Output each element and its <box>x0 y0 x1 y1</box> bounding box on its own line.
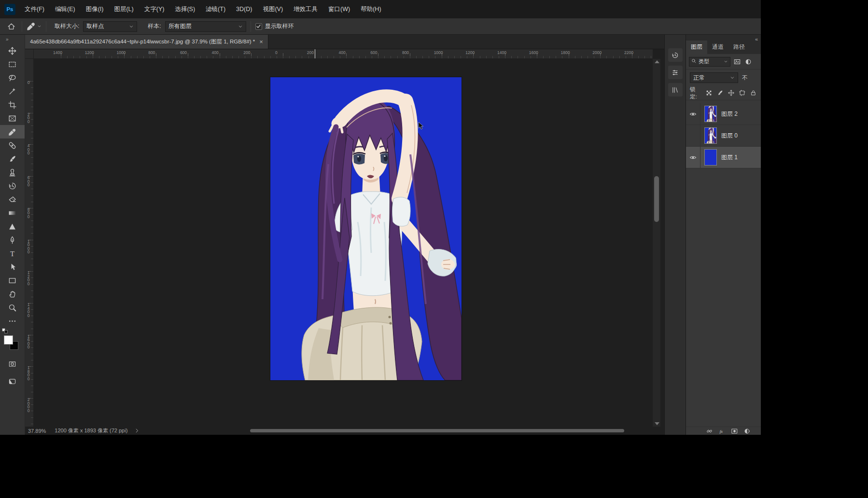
frame-icon <box>8 114 16 123</box>
zoom-level: 37.89% <box>28 428 46 434</box>
strip-libraries-panel-button[interactable] <box>668 83 683 97</box>
layer-row[interactable]: 图层 1 <box>686 147 761 168</box>
layer-row[interactable]: 图层 2 <box>686 103 761 125</box>
edit-toolbar-icon <box>8 317 16 325</box>
blend-mode-select[interactable]: 正常 <box>690 72 738 83</box>
tool-edit-toolbar[interactable] <box>0 314 25 328</box>
strip-properties-panel-button[interactable] <box>668 66 683 79</box>
panel-tab[interactable]: 路径 <box>728 41 750 54</box>
menu-item[interactable]: 编辑(E) <box>50 0 81 18</box>
collapse-panels-button[interactable]: « <box>755 35 758 42</box>
menu-item[interactable]: 文字(Y) <box>139 0 170 18</box>
ruler-label: 1800 <box>561 50 570 55</box>
layer-visibility-on[interactable] <box>686 103 700 124</box>
lock-artboard-button[interactable] <box>738 89 746 97</box>
vertical-scrollbar[interactable] <box>653 59 660 427</box>
tool-brush[interactable] <box>0 152 25 166</box>
filter-pixel-layers-button[interactable] <box>733 57 742 66</box>
menu-item[interactable]: 文件(F) <box>19 0 50 18</box>
horizontal-scrollbar-thumb[interactable] <box>250 429 624 432</box>
mask-button[interactable] <box>731 428 738 434</box>
tool-frame[interactable] <box>0 111 25 125</box>
home-button[interactable] <box>5 21 17 32</box>
tool-eraser[interactable] <box>0 193 25 206</box>
tool-hand[interactable] <box>0 287 25 301</box>
panel-tab[interactable]: 通道 <box>707 41 728 54</box>
tool-type[interactable]: T <box>0 247 25 260</box>
lock-brush-icon <box>717 90 723 96</box>
lock-move-button[interactable] <box>727 89 735 97</box>
screen-mode-button[interactable] <box>7 376 18 387</box>
current-tool-button[interactable] <box>27 22 42 31</box>
document-canvas[interactable] <box>270 77 462 380</box>
layer-visibility-on[interactable] <box>686 147 700 168</box>
shape-icon <box>8 277 16 285</box>
ruler-label: 1200 <box>85 50 94 55</box>
strip-history-panel-button[interactable] <box>668 48 683 62</box>
strip-libraries-icon <box>672 86 679 94</box>
layer-visibility-off[interactable] <box>686 125 700 146</box>
menu-item[interactable]: 图层(L) <box>109 0 139 18</box>
filter-adjustment-layers-button[interactable] <box>744 57 753 66</box>
chevron-right-icon <box>134 428 140 433</box>
filter-type-select[interactable]: 类型 <box>689 57 730 67</box>
vertical-scrollbar-thumb[interactable] <box>654 176 659 222</box>
divider <box>251 21 251 32</box>
lock-all-button[interactable] <box>749 89 757 97</box>
tool-marquee[interactable] <box>0 57 25 71</box>
lock-move-icon <box>728 90 734 96</box>
panel-tab[interactable]: 图层 <box>686 41 707 54</box>
ruler-label: 6 0 0 <box>26 176 31 187</box>
tool-eyedropper[interactable] <box>0 125 25 138</box>
adjustment-filter-button[interactable] <box>744 428 750 434</box>
scroll-up-arrow[interactable] <box>655 60 659 63</box>
tool-path-selection[interactable] <box>0 260 25 274</box>
eye-icon <box>689 111 697 118</box>
link-button[interactable] <box>706 428 713 434</box>
tool-healing[interactable] <box>0 138 25 152</box>
menu-item[interactable]: 增效工具 <box>288 0 323 18</box>
lock-transparent-button[interactable] <box>705 89 713 97</box>
sample-select[interactable]: 所有图层 <box>165 21 246 32</box>
menu-item[interactable]: 滤镜(T) <box>200 0 231 18</box>
layer-name: 图层 1 <box>721 153 738 162</box>
tool-clone-stamp[interactable] <box>0 166 25 179</box>
lock-brush-button[interactable] <box>716 89 724 97</box>
tool-gradient[interactable] <box>0 206 25 220</box>
sample-size-select[interactable]: 取样点 <box>83 21 137 32</box>
status-menu-arrow[interactable] <box>134 428 140 433</box>
tool-shape[interactable] <box>0 274 25 287</box>
show-sampling-ring-toggle[interactable]: 显示取样环 <box>255 22 294 30</box>
menu-item[interactable]: 选择(S) <box>169 0 200 18</box>
tool-pen[interactable] <box>0 233 25 247</box>
tool-history-brush[interactable] <box>0 179 25 193</box>
ruler-label: 1400 <box>497 50 506 55</box>
canvas-viewport[interactable] <box>34 59 653 427</box>
tool-move[interactable] <box>0 44 25 57</box>
photoshop-logo: Ps <box>4 4 15 15</box>
menu-item[interactable]: 视图(V) <box>257 0 288 18</box>
foreground-color-swatch[interactable] <box>4 335 13 345</box>
menu-item[interactable]: 帮助(H) <box>355 0 386 18</box>
quick-mask-button[interactable] <box>7 359 18 369</box>
fx-button[interactable]: fx <box>719 428 725 434</box>
tools-list: T <box>0 44 25 328</box>
menu-item[interactable]: 窗口(W) <box>323 0 355 18</box>
tool-object-selection[interactable] <box>0 84 25 98</box>
scroll-down-arrow[interactable] <box>655 422 659 425</box>
color-wells[interactable] <box>5 335 20 352</box>
eyedropper-icon <box>8 128 16 136</box>
tool-lasso[interactable] <box>0 71 25 84</box>
close-tab-button[interactable]: × <box>259 38 263 45</box>
checkbox[interactable] <box>255 23 262 30</box>
toolbar-expand-button[interactable]: » <box>0 35 25 44</box>
document-tab[interactable]: 4a65e438db664a9fb411a292476c6a44~tplv-p1… <box>25 35 268 49</box>
tool-crop[interactable] <box>0 98 25 111</box>
layer-row[interactable]: 图层 0 <box>686 125 761 147</box>
menu-item[interactable]: 3D(D) <box>231 0 257 18</box>
tool-blur[interactable] <box>0 220 25 233</box>
tool-zoom[interactable] <box>0 301 25 314</box>
default-colors-icon[interactable] <box>2 328 8 333</box>
expand-panels-button[interactable]: ­ ­ <box>665 35 686 44</box>
menu-item[interactable]: 图像(I) <box>81 0 109 18</box>
